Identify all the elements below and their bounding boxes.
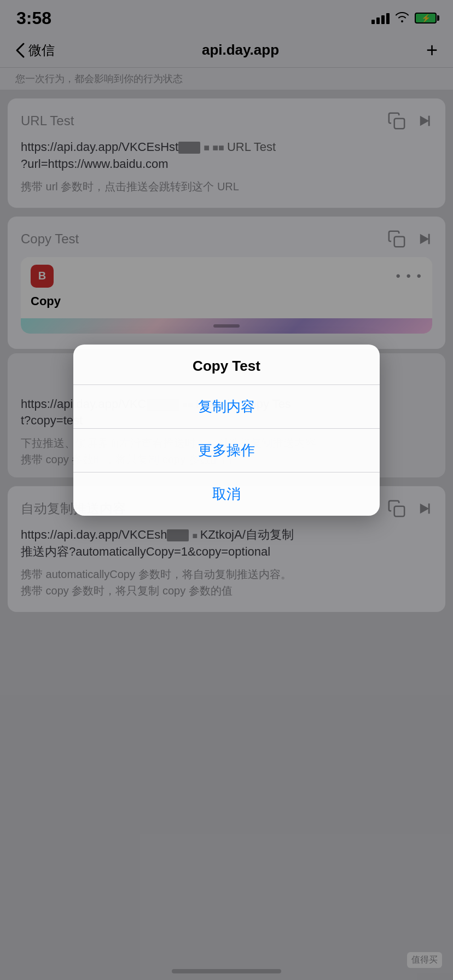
action-sheet-title: Copy Test (73, 345, 380, 385)
action-cancel[interactable]: 取消 (73, 472, 380, 516)
action-more-actions[interactable]: 更多操作 (73, 429, 380, 472)
action-sheet: Copy Test 复制内容 更多操作 取消 (73, 345, 380, 516)
action-copy-content[interactable]: 复制内容 (73, 385, 380, 429)
